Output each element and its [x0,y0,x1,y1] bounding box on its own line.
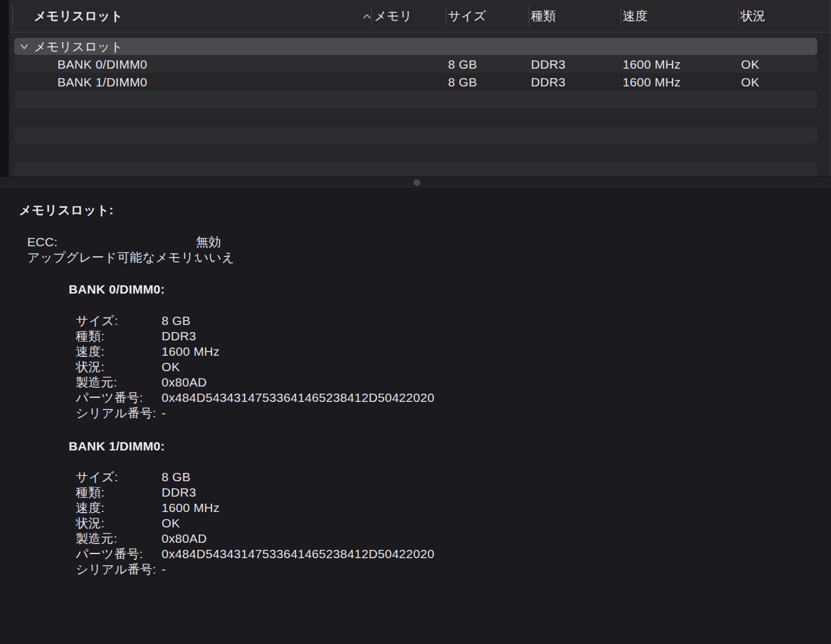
detail-row-status: 状況: OK [76,516,180,530]
detail-label: 速度: [76,501,162,514]
empty-row [14,162,817,176]
splitter-drag-handle-icon[interactable] [414,179,420,186]
cell-size: 8 GB [448,56,477,73]
memory-slots-table-pane: メモリスロット メモリ サイズ 種類 速度 状況 メモリスロット BANK 0/… [0,0,831,176]
detail-label: 製造元: [76,532,162,545]
cell-speed: 1600 MHz [623,73,681,91]
detail-label: サイズ: [76,314,162,327]
detail-row-upgradeable: アップグレード可能なメモリ: いいえ [27,250,234,264]
detail-value: 0x484D54343147533641465238412D50422020 [162,547,434,561]
column-header-memory[interactable]: メモリ [374,0,412,32]
detail-label: 状況: [76,516,162,530]
details-pane: メモリスロット: ECC: 無効 アップグレード可能なメモリ: いいえ BANK… [0,188,831,644]
header-divider [446,6,446,26]
detail-value: OK [162,516,180,530]
cell-status: OK [741,73,759,91]
detail-row-status: 状況: OK [76,360,180,373]
left-edge-strip [0,0,9,176]
detail-label: アップグレード可能なメモリ: [27,250,196,264]
detail-label: 製造元: [76,375,162,389]
detail-label: 種類: [76,485,162,499]
pane-splitter[interactable] [0,176,831,189]
detail-value: いいえ [196,250,234,264]
group-row-memory-slots[interactable]: メモリスロット [14,38,817,55]
detail-row-type: 種類: DDR3 [76,485,196,499]
header-divider [620,6,621,26]
header-divider [529,6,529,26]
empty-row [14,127,817,144]
detail-value: 8 GB [162,314,191,327]
detail-label: シリアル番号: [76,406,162,420]
detail-label: パーツ番号: [76,547,162,561]
detail-row-speed: 速度: 1600 MHz [76,344,220,358]
detail-value: - [162,406,166,420]
detail-value: 無効 [196,235,221,249]
detail-row-speed: 速度: 1600 MHz [76,501,220,514]
column-header-type[interactable]: 種類 [531,0,556,32]
detail-row-part-number: パーツ番号: 0x484D54343147533641465238412D504… [76,547,434,561]
group-row-label: メモリスロット [34,38,123,55]
detail-row-serial-number: シリアル番号: - [76,406,166,420]
cell-speed: 1600 MHz [623,56,681,73]
details-title: メモリスロット: [19,202,114,218]
detail-value: DDR3 [162,329,196,343]
detail-value: 0x80AD [162,532,207,545]
cell-size: 8 GB [448,73,477,91]
detail-value: 1600 MHz [162,344,220,358]
table-header: メモリスロット メモリ サイズ 種類 速度 状況 [9,0,831,33]
column-header-memory-slot[interactable]: メモリスロット [34,0,123,32]
detail-label: 状況: [76,360,162,373]
detail-value: 1600 MHz [162,501,220,514]
detail-value: DDR3 [162,485,196,499]
detail-row-manufacturer: 製造元: 0x80AD [76,375,207,389]
bank0-title: BANK 0/DIMM0: [69,282,165,297]
detail-row-serial-number: シリアル番号: - [76,562,166,576]
detail-value: 0x80AD [162,375,207,389]
detail-label: ECC: [27,235,196,249]
detail-label: 速度: [76,344,162,358]
detail-label: シリアル番号: [76,562,162,576]
cell-type: DDR3 [531,56,565,73]
table-row-bank1[interactable]: BANK 1/DIMM0 8 GB DDR3 1600 MHz OK [14,73,817,91]
cell-slot-name: BANK 0/DIMM0 [57,56,147,73]
column-header-status[interactable]: 状況 [740,0,765,32]
table-row-bank0[interactable]: BANK 0/DIMM0 8 GB DDR3 1600 MHz OK [14,56,817,73]
detail-row-manufacturer: 製造元: 0x80AD [76,532,207,545]
detail-row-type: 種類: DDR3 [76,329,196,343]
detail-row-size: サイズ: 8 GB [76,470,191,484]
cell-type: DDR3 [531,73,565,91]
detail-label: パーツ番号: [76,391,162,404]
detail-row-ecc: ECC: 無効 [27,235,221,249]
detail-label: サイズ: [76,470,162,484]
header-divider [371,6,372,26]
detail-row-size: サイズ: 8 GB [76,314,191,327]
empty-row [14,91,817,108]
cell-slot-name: BANK 1/DIMM0 [57,73,147,91]
column-header-speed[interactable]: 速度 [623,0,648,32]
cell-status: OK [741,56,759,73]
detail-value: - [162,562,166,576]
detail-label: 種類: [76,329,162,343]
header-divider [738,6,739,26]
detail-value: 8 GB [162,470,191,484]
header-divider [12,5,13,25]
detail-row-part-number: パーツ番号: 0x484D54343147533641465238412D504… [76,391,434,404]
bank1-title: BANK 1/DIMM0: [69,439,165,453]
disclosure-chevron-down-icon[interactable] [20,44,28,50]
column-header-size[interactable]: サイズ [448,0,486,32]
sort-ascending-icon[interactable] [363,14,371,19]
detail-value: 0x484D54343147533641465238412D50422020 [162,391,434,404]
detail-value: OK [162,360,180,373]
